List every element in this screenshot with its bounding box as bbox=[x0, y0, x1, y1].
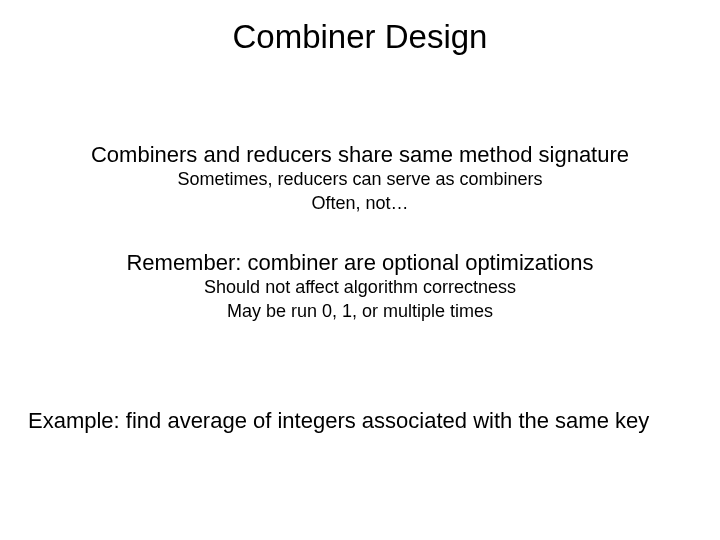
slide-title: Combiner Design bbox=[0, 18, 720, 56]
lead-text: Remember: combiner are optional optimiza… bbox=[0, 250, 720, 275]
slide: Combiner Design Combiners and reducers s… bbox=[0, 0, 720, 540]
sub-text: May be run 0, 1, or multiple times bbox=[0, 301, 720, 323]
lead-text: Combiners and reducers share same method… bbox=[0, 142, 720, 167]
sub-text: Should not affect algorithm correctness bbox=[0, 277, 720, 299]
block-signature: Combiners and reducers share same method… bbox=[0, 142, 720, 214]
sub-text: Often, not… bbox=[0, 193, 720, 215]
block-optimizations: Remember: combiner are optional optimiza… bbox=[0, 250, 720, 322]
example-text: Example: find average of integers associ… bbox=[28, 408, 692, 434]
sub-text: Sometimes, reducers can serve as combine… bbox=[0, 169, 720, 191]
